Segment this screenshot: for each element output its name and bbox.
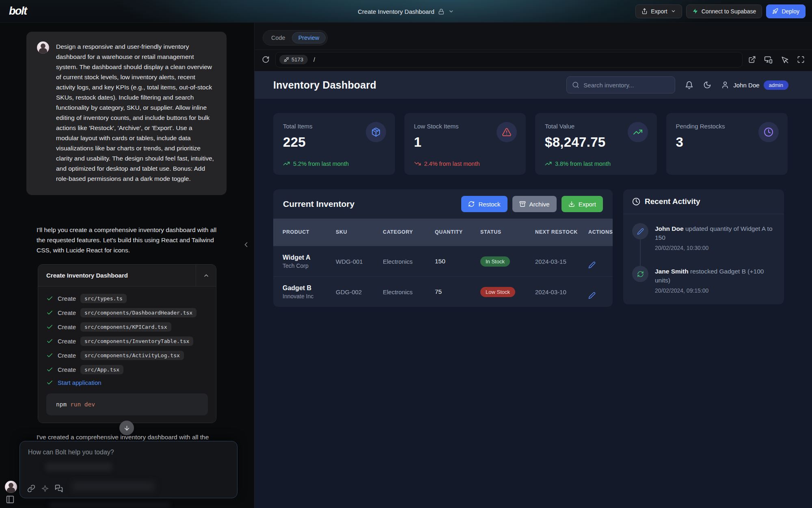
kpi-pending-restocks: Pending Restocks 3 [666,113,788,175]
package-icon [371,127,381,137]
file-path-chip[interactable]: src/components/InventoryTable.tsx [80,336,193,346]
chevron-up-icon [203,272,209,279]
bolt-logo[interactable]: bolt [6,5,26,17]
kpi-low-stock-items: Low Stock Items 1 2.4% from last month [404,113,526,175]
create-file-step: Create src/components/ActivityLog.tsx [46,348,208,363]
user-menu[interactable]: John Doe admin [721,80,788,90]
export-inventory-button[interactable]: Export [561,196,603,212]
status-badge: In Stock [480,256,510,267]
assistant-intro-text: I'll help you create a comprehensive inv… [37,225,224,255]
table-row[interactable]: Widget A Tech Corp WDG-001 Electronics 1… [273,246,613,276]
refresh-icon [637,271,644,278]
artifact-title: Create Inventory Dashboard [38,265,196,286]
browser-actions [748,55,805,64]
user-icon [721,81,729,89]
sidebar-toggle-icon[interactable] [6,495,15,504]
inventory-table-header: Product SKU Category Quantity Status Nex… [273,219,613,246]
timeline-connector [640,239,641,267]
address-bar[interactable]: 5173 / [275,52,743,67]
archive-icon [519,201,526,207]
collapse-chat-chevron[interactable] [242,241,250,249]
inspector-cursor-icon[interactable] [781,56,789,64]
redacted-content [49,502,171,508]
file-path-chip[interactable]: src/components/KPICard.tsx [80,322,171,332]
activity-title: Recent Activity [645,197,700,206]
file-path-chip[interactable]: src/App.tsx [80,365,123,374]
file-path-chip[interactable]: src/components/DashboardHeader.tsx [80,308,197,317]
start-application-step: Start application [46,377,208,389]
file-path-chip[interactable]: src/types.ts [80,294,127,303]
inventory-title: Current Inventory [283,199,354,209]
redacted-content [45,462,112,471]
fullscreen-icon[interactable] [797,56,805,63]
create-file-step: Create src/components/KPICard.tsx [46,320,208,334]
edit-pencil-icon[interactable] [588,261,613,269]
check-icon [46,352,53,359]
alert-triangle-icon [502,127,512,137]
file-path-chip[interactable]: src/components/ActivityLog.tsx [80,351,184,360]
chat-input-box[interactable] [19,441,238,498]
restock-button[interactable]: Restock [461,196,507,212]
open-external-icon[interactable] [748,56,756,63]
dark-mode-moon-icon[interactable] [703,81,711,89]
dashboard-main-row: Current Inventory Restock Archive [273,189,812,307]
pencil-icon [637,228,644,235]
bell-icon[interactable] [685,81,693,89]
port-badge[interactable]: 5173 [279,55,308,64]
clock-icon [632,198,640,206]
tab-code[interactable]: Code [265,32,292,43]
table-row[interactable]: Gadget B Innovate Inc GDG-002 Electronic… [273,276,613,307]
dashboard-title: Inventory Dashboard [273,79,376,91]
browser-toolbar: 5173 / [255,50,812,69]
search-input[interactable] [583,82,669,89]
redacted-content [72,482,155,491]
check-icon [46,366,53,373]
check-icon [46,323,53,330]
download-icon [568,201,575,207]
discuss-mode-icon[interactable] [55,484,63,493]
attach-link-icon[interactable] [27,484,35,493]
artifact-header: Create Inventory Dashboard [38,265,216,287]
reload-icon[interactable] [262,56,270,63]
artifact-card: Create Inventory Dashboard Create src/ty… [38,264,216,423]
responsive-devices-icon[interactable] [764,55,773,64]
start-application-link[interactable]: Start application [58,379,102,386]
check-icon [46,379,53,386]
create-file-step: Create src/components/InventoryTable.tsx [46,334,208,348]
activity-item: Jane Smith restocked Gadget B (+100 unit… [632,266,775,295]
user-prompt-text: Design a responsive and user-friendly in… [56,41,216,184]
view-tabs: Code Preview [263,30,328,46]
trending-up-icon [633,127,643,137]
collapse-artifact-button[interactable] [196,265,216,286]
trending-up-icon [545,160,552,167]
kpi-row: Total Items 225 5.2% from last month Low… [273,113,788,175]
connect-supabase-button[interactable]: Connect to Supabase [686,4,762,18]
edit-pencil-icon[interactable] [588,292,613,299]
terminal-command: npm run dev [46,393,208,415]
project-title-menu[interactable]: Create Inventory Dashboard [358,0,454,23]
account-avatar[interactable] [5,481,17,493]
plug-icon [284,57,289,62]
clock-icon [764,127,773,137]
kpi-total-items: Total Items 225 5.2% from last month [273,113,395,175]
share-icon [641,8,648,14]
role-badge: admin [764,80,788,90]
create-file-step: Create src/types.ts [46,291,208,306]
chat-input[interactable] [28,449,229,456]
top-bar: bolt Create Inventory Dashboard Export [0,0,812,23]
inventory-search[interactable] [566,76,675,93]
trending-up-icon [283,160,290,167]
search-icon [572,81,579,89]
status-badge: Low Stock [480,287,515,297]
refresh-icon [468,201,475,207]
tab-preview[interactable]: Preview [292,32,326,43]
deploy-button[interactable]: Deploy [766,4,806,18]
create-file-step: Create src/components/DashboardHeader.ts… [46,306,208,320]
enhance-prompt-sparkles-icon[interactable] [41,484,49,493]
rocket-icon [772,8,778,14]
check-icon [46,338,53,345]
url-path: / [313,56,315,63]
archive-button[interactable]: Archive [512,196,557,212]
export-button[interactable]: Export [635,4,682,18]
lock-icon [438,9,445,15]
